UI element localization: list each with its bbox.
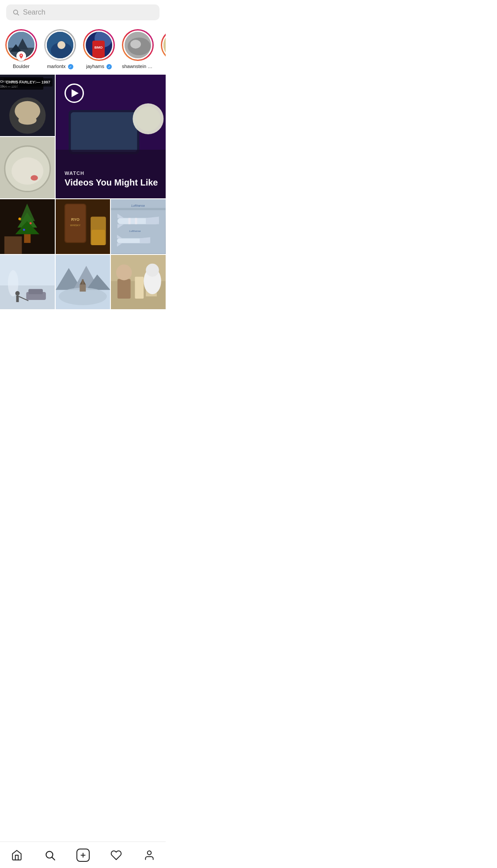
verified-badge-jayhams (106, 64, 112, 69)
grid-cell-snow[interactable] (0, 255, 55, 310)
grid-row-2: RYO WHISKY Lufthansa (0, 199, 166, 254)
svg-marker-55 (146, 217, 159, 224)
grid-cell-airplane[interactable]: Lufthansa Lufthansa (111, 199, 166, 254)
search-placeholder-text: Search (23, 8, 46, 16)
svg-rect-47 (65, 205, 85, 242)
search-icon (12, 9, 19, 16)
svg-rect-70 (16, 296, 19, 302)
svg-rect-73 (28, 289, 43, 294)
verified-badge-marlontx (68, 64, 73, 69)
grid-row-3 (0, 255, 166, 310)
story-item-luciano[interactable]: luciano (161, 29, 166, 69)
play-button[interactable] (64, 83, 84, 103)
svg-point-29 (30, 175, 38, 181)
story-item-shawnstein[interactable]: shawnstein (122, 29, 154, 69)
svg-text:BMO: BMO (95, 45, 103, 49)
grid-cell-lake[interactable] (56, 255, 110, 310)
location-badge-boulder (16, 51, 26, 61)
watch-subtitle: Videos You Might Like (64, 178, 158, 188)
svg-point-16 (130, 40, 141, 49)
grid-cell-christmas[interactable] (0, 199, 55, 254)
svg-marker-62 (140, 237, 151, 243)
explore-grid: CHRIS FARLEY 1964 — 1997 (0, 75, 166, 309)
grid-row-1: CHRIS FARLEY 1964 — 1997 (0, 75, 166, 198)
stories-row: Boulder marlontx (0, 25, 166, 75)
svg-rect-86 (135, 277, 144, 298)
avatar-luciano (162, 30, 166, 60)
avatar-jayhams: BMO (84, 30, 114, 60)
svg-rect-51 (91, 230, 105, 245)
svg-point-43 (30, 222, 32, 224)
svg-rect-53 (111, 208, 166, 210)
svg-point-28 (11, 157, 43, 185)
verified-badge-shawnstein (148, 64, 154, 69)
svg-rect-41 (4, 236, 22, 254)
grid-cell-airport-scene[interactable] (111, 255, 166, 310)
svg-point-42 (19, 218, 21, 220)
svg-text:RYO: RYO (71, 218, 80, 222)
grid-cell-whisky[interactable]: RYO WHISKY (56, 199, 110, 254)
story-username-jayhams: jayhams (86, 64, 112, 69)
story-item-marlontx[interactable]: marlontx (44, 29, 76, 69)
svg-text:Lufthansa: Lufthansa (131, 204, 144, 207)
svg-text:CHRIS FARLEY: CHRIS FARLEY (0, 80, 23, 83)
story-item-boulder[interactable]: Boulder (5, 29, 37, 69)
svg-rect-81 (82, 279, 83, 284)
story-username-shawnstein: shawnstein (122, 64, 154, 69)
search-input-container[interactable]: Search (6, 4, 159, 20)
svg-point-44 (23, 229, 25, 231)
play-triangle-icon (72, 89, 79, 97)
svg-text:Lufthansa: Lufthansa (129, 230, 141, 232)
watch-title: WATCH (64, 171, 158, 176)
story-item-jayhams[interactable]: BMO jayhams (83, 29, 115, 69)
svg-point-25 (19, 116, 37, 125)
story-username-marlontx: marlontx (47, 64, 73, 69)
avatar-shawnstein (123, 30, 152, 60)
story-username-boulder: Boulder (13, 64, 30, 69)
svg-point-9 (57, 41, 65, 49)
grid-cell-video-airplane[interactable]: WATCH Videos You Might Like (56, 75, 166, 198)
svg-rect-17 (163, 32, 166, 60)
svg-point-0 (14, 10, 18, 14)
story-ring-shawnstein (122, 29, 154, 61)
svg-rect-84 (118, 279, 131, 299)
svg-rect-79 (80, 284, 86, 292)
svg-text:WHISKY: WHISKY (70, 224, 80, 227)
svg-rect-40 (24, 234, 30, 243)
svg-text:1964 — 1997: 1964 — 1997 (0, 85, 18, 88)
svg-point-69 (15, 291, 20, 296)
story-ring-luciano (161, 29, 166, 61)
svg-line-1 (17, 14, 19, 15)
grid-col-left-1: CHRIS FARLEY 1964 — 1997 (0, 75, 55, 198)
grid-cell-chris-farley[interactable]: CHRIS FARLEY 1964 — 1997 (0, 75, 55, 136)
avatar-marlontx (46, 30, 75, 60)
svg-rect-58 (129, 218, 131, 224)
video-overlay: WATCH Videos You Might Like (56, 75, 166, 198)
svg-rect-59 (135, 218, 137, 224)
story-ring-jayhams: BMO (83, 29, 115, 61)
svg-point-85 (116, 265, 132, 280)
watch-label: WATCH Videos You Might Like (64, 171, 158, 188)
svg-rect-12 (92, 41, 105, 58)
story-ring-marlontx (44, 29, 76, 61)
svg-point-89 (146, 264, 159, 277)
grid-cell-drink[interactable] (0, 137, 55, 198)
search-bar: Search (0, 0, 166, 25)
